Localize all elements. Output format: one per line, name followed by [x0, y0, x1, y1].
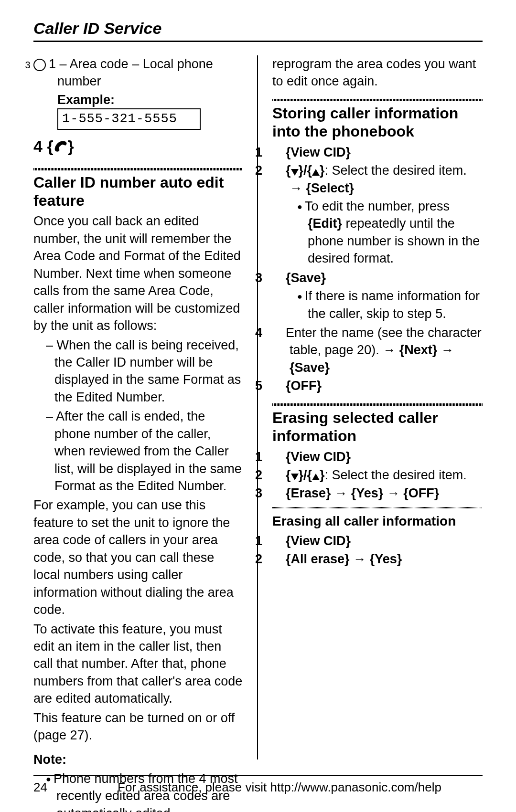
step-4-number: 4: [33, 137, 43, 155]
step-row: 2{All erase} → {Yes}: [272, 550, 483, 568]
auto-edit-para-1: Once you call back an edited number, the…: [33, 212, 243, 334]
key-bracket-open: {: [47, 137, 53, 155]
page-number: 24: [33, 780, 76, 795]
section-separator-icon: [272, 99, 483, 101]
sub-text: To edit the number, press: [305, 199, 450, 213]
key-nav-icon: {}/{}: [286, 468, 325, 482]
section-auto-edit-title: Caller ID number auto edit feature: [33, 173, 243, 210]
section-separator-icon: [33, 168, 243, 170]
up-arrow-icon: [312, 474, 320, 480]
key-save: {Save}: [290, 360, 330, 375]
step-row: 1{View CID}: [272, 144, 483, 161]
key-erase: {Erase}: [286, 486, 331, 500]
column-right: reprogram the area codes you want to edi…: [258, 55, 483, 759]
key-nav-icon: {}/{}: [286, 163, 325, 178]
example-label: Example:: [33, 91, 243, 108]
page-title: Caller ID Service: [33, 19, 483, 42]
key-bracket-close: }: [68, 137, 74, 155]
key-view-cid: {View CID}: [286, 534, 351, 548]
step-row: 3{Save}: [272, 269, 483, 286]
step-row: 1{View CID}: [272, 532, 483, 549]
option-3-line: 31 – Area code – Local phone number: [33, 55, 243, 90]
example-box: 1-555-321-5555: [57, 108, 201, 129]
step-row: 5{OFF}: [272, 377, 483, 394]
key-edit: {Edit}: [308, 216, 342, 231]
right-arrow-icon: →: [353, 552, 366, 566]
auto-edit-para-2: For example, you can use this feature to…: [33, 496, 243, 618]
up-arrow-icon: [312, 169, 320, 176]
talk-handset-icon: [54, 137, 68, 158]
dash-item: When the call is being received, the Cal…: [46, 337, 243, 406]
down-arrow-icon: [291, 474, 299, 480]
key-view-cid: {View CID}: [286, 450, 351, 464]
section-erase-all-title: Erasing all caller information: [272, 512, 483, 530]
key-yes: {Yes}: [351, 486, 384, 500]
circled-number-icon: 3: [33, 59, 46, 71]
auto-edit-dash-list: When the call is being received, the Cal…: [33, 337, 243, 495]
right-arrow-icon: →: [387, 486, 400, 500]
key-all-erase: {All erase}: [286, 552, 350, 566]
step-text: : Select the desired item.: [325, 468, 467, 482]
step-row: 3{Erase} → {Yes} → {OFF}: [272, 485, 483, 502]
key-yes: {Yes}: [370, 552, 402, 566]
right-arrow-icon: →: [383, 343, 399, 357]
step-row: 2{}/{}: Select the desired item.: [272, 466, 483, 484]
step-4: 4 {}: [33, 136, 243, 158]
step-row: 4Enter the name (see the character table…: [272, 324, 483, 376]
section-erase-selected-title: Erasing selected caller information: [272, 409, 483, 445]
subsection-separator-icon: [272, 507, 483, 508]
continuation-para: reprogram the area codes you want to edi…: [272, 55, 483, 90]
sub-bullet-item: To edit the number, press {Edit} repeate…: [297, 198, 483, 267]
footer-assistance-text: For assistance, please visit http://www.…: [76, 780, 483, 795]
dash-item: After the call is ended, the phone numbe…: [46, 408, 243, 495]
key-save: {Save}: [286, 271, 326, 285]
page-footer: 24 For assistance, please visit http://w…: [33, 775, 483, 795]
sub-bullet-item: If there is name information for the cal…: [297, 287, 483, 322]
step-row: 1{View CID}: [272, 448, 483, 465]
right-arrow-icon: →: [334, 486, 347, 500]
note-label: Note:: [33, 751, 243, 768]
key-next: {Next}: [399, 343, 438, 357]
section-storing-title: Storing caller information into the phon…: [272, 104, 483, 141]
step-text: : Select the desired item.: [325, 163, 467, 178]
step-row: 2{}/{}: Select the desired item. → {Sele…: [272, 162, 483, 197]
option-3-text: 1 – Area code – Local phone number: [49, 57, 213, 88]
right-arrow-icon: →: [290, 181, 306, 195]
auto-edit-para-3: To activate this feature, you must edit …: [33, 621, 243, 707]
key-view-cid: {View CID}: [286, 145, 351, 159]
section-separator-icon: [272, 403, 483, 406]
two-column-layout: 31 – Area code – Local phone number Exam…: [33, 55, 483, 759]
key-select: {Select}: [306, 181, 355, 195]
right-arrow-icon: →: [441, 343, 454, 357]
key-off: {OFF}: [403, 486, 439, 500]
auto-edit-para-4: This feature can be turned on or off (pa…: [33, 709, 243, 744]
column-left: 31 – Area code – Local phone number Exam…: [33, 55, 258, 759]
down-arrow-icon: [291, 169, 299, 176]
key-off: {OFF}: [286, 379, 322, 393]
